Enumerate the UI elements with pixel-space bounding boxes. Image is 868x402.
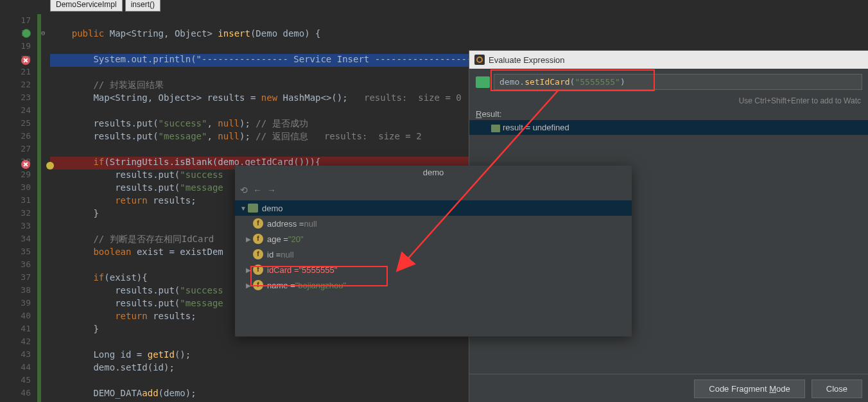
- tree-field-address[interactable]: faddress = null: [235, 216, 632, 231]
- chevron-right-icon[interactable]: ▶: [244, 236, 253, 243]
- line-number: 30: [0, 181, 37, 194]
- line-number: 39: [0, 297, 37, 310]
- app-icon: [474, 55, 485, 65]
- line-number: 41: [0, 322, 37, 335]
- gutter-marks: [21, 14, 37, 173]
- line-number: 46: [0, 387, 37, 399]
- field-name: id =: [267, 250, 281, 259]
- line-number: 33: [0, 220, 37, 232]
- line-number: 37: [0, 271, 37, 284]
- line-number: 42: [0, 335, 37, 348]
- chevron-down-icon[interactable]: ▼: [239, 205, 248, 212]
- dialog-footer: Code Fragment Mode Close: [469, 374, 868, 402]
- field-value: "20": [288, 234, 304, 244]
- line-number: 43: [0, 348, 37, 361]
- variable-inspect-popup: demo ⟲ ← → ▼ demo faddress = null▶fage =…: [235, 166, 632, 336]
- vcs-change-bar: [37, 14, 41, 402]
- history-icon[interactable]: ⟲: [240, 185, 248, 195]
- popup-title: demo: [235, 166, 632, 180]
- dialog-title: Evaluate Expression: [489, 55, 565, 65]
- line-number: 45: [0, 374, 37, 387]
- dialog-title-bar[interactable]: Evaluate Expression: [469, 51, 868, 69]
- line-number: 31: [0, 194, 37, 207]
- line-number: 38: [0, 284, 37, 297]
- line-number: 35: [0, 245, 37, 258]
- breakpoint-icon[interactable]: [21, 56, 33, 69]
- field-icon: f: [253, 249, 263, 259]
- tree-field-age[interactable]: ▶fage = "20": [235, 231, 632, 247]
- result-label: Result:: [469, 105, 868, 120]
- annotation-box: [250, 266, 388, 286]
- line-number: 34: [0, 232, 37, 245]
- ide-root: DemoServiceImpl insert() 17 18 19 20 21 …: [0, 0, 868, 402]
- forward-icon[interactable]: →: [267, 185, 276, 195]
- field-value: null: [281, 250, 293, 259]
- breadcrumb-bar: DemoServiceImpl insert(): [50, 0, 161, 12]
- field-name: address =: [267, 219, 304, 229]
- gutter-mark-empty: [21, 14, 33, 27]
- close-button[interactable]: Close: [812, 380, 862, 398]
- code-fragment-mode-button[interactable]: Code Fragment Mode: [694, 380, 804, 398]
- line-number: 40: [0, 310, 37, 322]
- line-number: 44: [0, 361, 37, 374]
- breakpoint-icon[interactable]: [21, 160, 33, 173]
- field-name: age =: [267, 234, 288, 244]
- back-icon[interactable]: ←: [253, 185, 262, 195]
- gutter-run-icon[interactable]: [21, 29, 33, 42]
- breadcrumb-method[interactable]: insert(): [125, 0, 161, 12]
- code-line: public Map<String, Object> insert(Demo d…: [50, 27, 575, 40]
- field-icon: f: [253, 218, 263, 229]
- tree-root[interactable]: ▼ demo: [235, 200, 632, 216]
- field-icon: f: [253, 234, 263, 244]
- popup-toolbar: ⟲ ← →: [235, 180, 632, 200]
- hint-text: Use Ctrl+Shift+Enter to add to Watc: [469, 95, 868, 105]
- result-row[interactable]: result = undefined: [469, 120, 868, 135]
- line-number: 32: [0, 207, 37, 220]
- line-number: 36: [0, 258, 37, 271]
- field-value: null: [304, 219, 317, 229]
- annotation-box: [490, 69, 655, 91]
- breadcrumb-class[interactable]: DemoServiceImpl: [50, 0, 123, 12]
- value-icon: [491, 125, 500, 132]
- tree-field-id[interactable]: fid = null: [235, 247, 632, 262]
- expression-history-icon[interactable]: [476, 76, 490, 88]
- fold-icon[interactable]: ⊖: [41, 29, 46, 37]
- object-icon: [248, 204, 258, 213]
